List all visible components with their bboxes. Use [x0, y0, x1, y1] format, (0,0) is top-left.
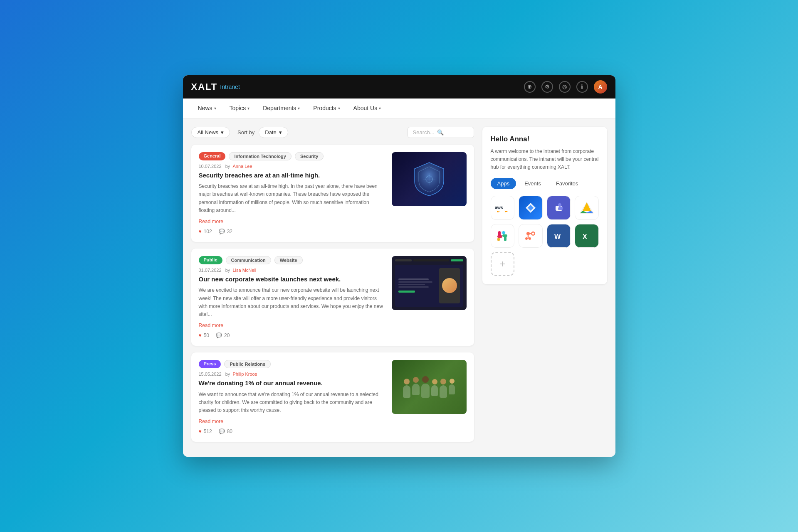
likes-2[interactable]: ♥ 50: [199, 332, 209, 338]
app-excel[interactable]: X: [575, 224, 599, 248]
read-more-2[interactable]: Read more: [199, 323, 385, 328]
card-image-shield: [392, 152, 467, 206]
card-meta-3: 15.05.2022 by Philip Kroos: [199, 372, 385, 377]
card-title-2: Our new corporate website launches next …: [199, 275, 385, 283]
svg-point-21: [532, 232, 534, 234]
welcome-card: Hello Anna! A warm welcome to the intran…: [482, 127, 607, 284]
top-bar: XALT Intranet ⊕ ⚙ ◎ ℹ A: [183, 75, 615, 99]
read-more-3[interactable]: Read more: [199, 419, 385, 424]
tabs-bar: Apps Events Favorites: [491, 178, 599, 189]
sort-by-label: Sort by: [237, 129, 254, 135]
card-meta-2: 01.07.2022 by Lisa McNeil: [199, 268, 385, 273]
welcome-text: A warm welcome to the intranet from corp…: [491, 148, 599, 172]
nav-item-products[interactable]: Products ▾: [306, 98, 346, 118]
chevron-down-icon: ▾: [338, 106, 340, 111]
app-aws[interactable]: aws: [491, 196, 515, 220]
left-panel: All News ▾ Sort by Date ▾ Search... 🔍 Ge…: [191, 127, 474, 449]
card-tags-3: Press Public Relations: [199, 360, 385, 368]
search-icon[interactable]: ⊕: [524, 81, 536, 93]
apps-grid: aws: [491, 196, 599, 276]
svg-rect-19: [501, 231, 506, 234]
tab-events[interactable]: Events: [518, 178, 548, 189]
app-hubspot[interactable]: [519, 224, 543, 248]
chevron-down-icon: ▾: [379, 106, 381, 111]
nav-bar: News ▾ Topics ▾ Departments ▾ Products ▾…: [183, 99, 615, 118]
comments-3[interactable]: 💬 80: [219, 429, 232, 434]
card-title-3: We're donating 1% of our annual revenue.: [199, 379, 385, 387]
nav-item-departments[interactable]: Departments ▾: [256, 98, 306, 118]
news-card-1: General Information Technology Security …: [191, 145, 474, 242]
main-content: All News ▾ Sort by Date ▾ Search... 🔍 Ge…: [183, 118, 615, 457]
tag-pr[interactable]: Public Relations: [224, 360, 271, 368]
card-tags-1: General Information Technology Security: [199, 152, 385, 160]
card-meta-1: 10.07.2022 by Anna Lee: [199, 164, 385, 169]
tag-info-tech[interactable]: Information Technology: [229, 152, 291, 160]
all-news-filter[interactable]: All News ▾: [191, 127, 230, 138]
comment-icon: 💬: [219, 229, 225, 234]
card-image-website: [392, 256, 467, 310]
app-teams[interactable]: T: [547, 196, 571, 220]
card-excerpt-1: Security breaches are at an all-time hig…: [199, 182, 385, 214]
card-tags-2: Public Communication Website: [199, 256, 385, 264]
tag-general[interactable]: General: [199, 152, 226, 160]
card-actions-3: ♥ 512 💬 80: [199, 429, 385, 434]
app-add-button[interactable]: +: [491, 252, 515, 276]
chevron-down-icon: ▾: [298, 106, 300, 111]
svg-text:X: X: [583, 233, 587, 240]
filter-bar: All News ▾ Sort by Date ▾ Search... 🔍: [191, 127, 474, 138]
app-jira[interactable]: [519, 196, 543, 220]
svg-marker-9: [583, 202, 591, 211]
logo: XALT Intranet: [191, 81, 240, 92]
search-box[interactable]: Search... 🔍: [408, 127, 474, 138]
browser-window: XALT Intranet ⊕ ⚙ ◎ ℹ A News ▾ Topics ▾ …: [183, 75, 615, 457]
news-card-2: Public Communication Website 01.07.2022 …: [191, 249, 474, 346]
avatar[interactable]: A: [594, 80, 607, 94]
app-slack[interactable]: [491, 224, 515, 248]
tag-website[interactable]: Website: [274, 256, 303, 264]
card-content-3: Press Public Relations 15.05.2022 by Phi…: [199, 360, 385, 434]
right-panel: Hello Anna! A warm welcome to the intran…: [482, 127, 607, 449]
help-icon[interactable]: ℹ: [576, 81, 588, 93]
welcome-title: Hello Anna!: [491, 135, 599, 143]
heart-icon: ♥: [199, 429, 202, 434]
comments-2[interactable]: 💬 20: [216, 332, 230, 338]
svg-rect-15: [502, 234, 507, 237]
svg-point-5: [558, 203, 561, 207]
nav-item-topics[interactable]: Topics ▾: [223, 98, 257, 118]
likes-1[interactable]: ♥ 102: [199, 229, 212, 234]
tag-communication[interactable]: Communication: [226, 256, 271, 264]
likes-3[interactable]: ♥ 512: [199, 429, 212, 434]
card-excerpt-2: We are excited to announce that our new …: [199, 286, 385, 318]
tab-favorites[interactable]: Favorites: [549, 178, 585, 189]
read-more-1[interactable]: Read more: [199, 219, 385, 224]
chevron-down-icon: ▾: [247, 106, 250, 111]
card-title-1: Security breaches are at an all-time hig…: [199, 171, 385, 180]
comment-icon: 💬: [219, 429, 225, 434]
tag-security[interactable]: Security: [295, 152, 324, 160]
chevron-down-icon: ▾: [279, 129, 282, 135]
tag-press[interactable]: Press: [199, 360, 221, 368]
comments-1[interactable]: 💬 32: [219, 229, 232, 234]
nav-item-news[interactable]: News ▾: [191, 98, 223, 118]
tab-apps[interactable]: Apps: [491, 178, 516, 189]
top-icons: ⊕ ⚙ ◎ ℹ A: [524, 80, 607, 94]
sort-date-select[interactable]: Date ▾: [259, 127, 288, 138]
chevron-down-icon: ▾: [214, 106, 216, 111]
card-content-1: General Information Technology Security …: [199, 152, 385, 234]
nav-item-about-us[interactable]: About Us ▾: [347, 98, 388, 118]
comment-icon: 💬: [216, 332, 222, 338]
card-actions-1: ♥ 102 💬 32: [199, 229, 385, 234]
svg-point-23: [526, 232, 530, 235]
app-word[interactable]: W: [547, 224, 571, 248]
app-drive[interactable]: [575, 196, 599, 220]
svg-rect-17: [497, 236, 502, 239]
svg-point-25: [525, 237, 528, 240]
card-actions-2: ♥ 50 💬 20: [199, 332, 385, 338]
search-icon: 🔍: [437, 129, 444, 135]
notifications-icon[interactable]: ◎: [559, 81, 571, 93]
tag-public[interactable]: Public: [199, 256, 222, 264]
settings-icon[interactable]: ⚙: [541, 81, 553, 93]
svg-point-26: [529, 237, 531, 240]
svg-text:T: T: [558, 207, 560, 210]
card-excerpt-3: We want to announce that we're donating …: [199, 391, 385, 415]
